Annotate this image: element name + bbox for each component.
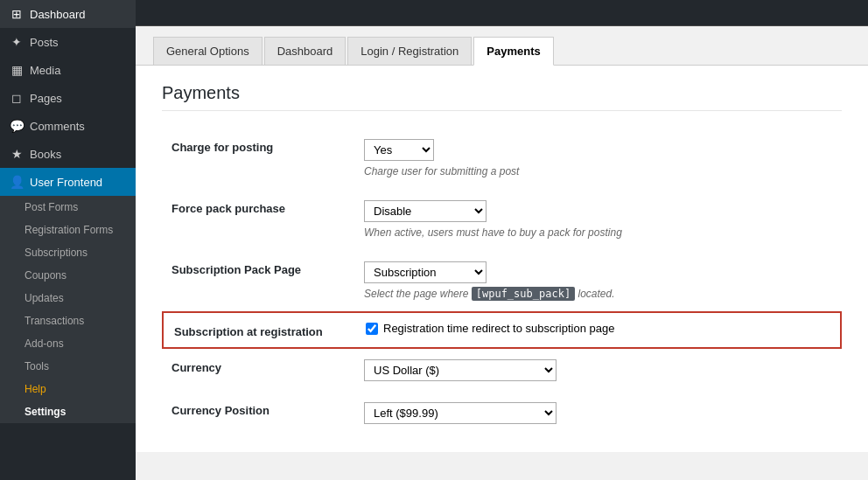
sidebar-item-label: Pages [30, 92, 62, 105]
table-row-charge-posting: Charge for posting Yes No Charge user fo… [163, 129, 841, 190]
select-subscription-pack-page[interactable]: Subscription [364, 261, 486, 283]
posts-icon: ✦ [9, 35, 24, 49]
tab-payments[interactable]: Payments [473, 37, 553, 66]
comments-icon: 💬 [9, 119, 24, 133]
label-currency: Currency [163, 348, 355, 392]
label-force-pack: Force pack purchase [163, 190, 355, 251]
main-content: General Options Dashboard Login / Regist… [136, 0, 868, 480]
user-frontend-icon: 👤 [9, 175, 24, 189]
sidebar-item-add-ons[interactable]: Add-ons [0, 332, 136, 355]
sidebar-item-updates[interactable]: Updates [0, 287, 136, 310]
tab-general-options[interactable]: General Options [153, 37, 262, 65]
sidebar-item-label: Media [30, 64, 60, 77]
field-currency-position: Left ($99.99) Right (99.99$) [355, 392, 841, 435]
field-force-pack: Disable Enable When active, users must h… [355, 190, 841, 251]
table-row-subscription-at-registration: Subscription at registration Registratio… [163, 312, 841, 348]
books-icon: ★ [9, 147, 24, 161]
desc-subscription-pack-page: Select the page where [wpuf_sub_pack] lo… [364, 287, 832, 302]
sidebar-item-user-frontend[interactable]: 👤 User Frontend [0, 168, 136, 196]
desc-before: Select the page where [364, 288, 472, 300]
sidebar-item-registration-forms[interactable]: Registration Forms [0, 219, 136, 241]
table-row-force-pack: Force pack purchase Disable Enable When … [163, 190, 841, 251]
checkbox-text: Registration time redirect to subscripti… [383, 322, 614, 335]
sidebar-item-posts[interactable]: ✦ Posts [0, 28, 136, 56]
field-subscription-at-registration: Registration time redirect to subscripti… [355, 312, 841, 348]
sidebar-item-books[interactable]: ★ Books [0, 140, 136, 168]
table-row-subscription-pack-page: Subscription Pack Page Subscription Sele… [163, 251, 841, 313]
desc-charge-posting: Charge user for submitting a post [364, 164, 832, 179]
topbar [136, 0, 868, 26]
sidebar-item-coupons[interactable]: Coupons [0, 264, 136, 287]
table-row-currency-position: Currency Position Left ($99.99) Right (9… [163, 392, 841, 435]
checkbox-subscription-at-registration[interactable] [366, 323, 378, 335]
desc-force-pack: When active, users must have to buy a pa… [364, 226, 832, 240]
sidebar-item-transactions[interactable]: Transactions [0, 310, 136, 332]
sidebar-item-label: Comments [30, 120, 85, 133]
sidebar-item-pages[interactable]: ◻ Pages [0, 84, 136, 112]
tab-dashboard[interactable]: Dashboard [264, 37, 346, 65]
label-charge-posting: Charge for posting [163, 129, 355, 190]
sidebar-item-label: Dashboard [30, 8, 86, 21]
sidebar-item-label: User Frontend [30, 176, 102, 189]
label-subscription-pack-page: Subscription Pack Page [163, 251, 355, 313]
sidebar-item-label: Posts [30, 36, 59, 49]
sidebar-item-media[interactable]: ▦ Media [0, 56, 136, 84]
sidebar-item-post-forms[interactable]: Post Forms [0, 196, 136, 219]
label-currency-position: Currency Position [163, 392, 355, 435]
code-tag: [wpuf_sub_pack] [472, 287, 575, 301]
form-table: Charge for posting Yes No Charge user fo… [162, 129, 842, 435]
select-currency[interactable]: US Dollar ($) Euro (€) British Pound (£) [364, 359, 556, 381]
tabs-bar: General Options Dashboard Login / Regist… [136, 26, 868, 66]
sidebar-item-label: Books [30, 148, 61, 161]
sidebar-item-subscriptions[interactable]: Subscriptions [0, 241, 136, 264]
sidebar-item-comments[interactable]: 💬 Comments [0, 112, 136, 140]
field-subscription-pack-page: Subscription Select the page where [wpuf… [355, 251, 841, 313]
sidebar: ⊞ Dashboard ✦ Posts ▦ Media ◻ Pages 💬 Co… [0, 0, 136, 480]
dashboard-icon: ⊞ [9, 7, 24, 21]
table-row-currency: Currency US Dollar ($) Euro (€) British … [163, 348, 841, 392]
field-currency: US Dollar ($) Euro (€) British Pound (£) [355, 348, 841, 392]
label-subscription-at-registration: Subscription at registration [163, 312, 355, 348]
settings-panel: Payments Charge for posting Yes No Charg… [136, 66, 868, 452]
select-currency-position[interactable]: Left ($99.99) Right (99.99$) [364, 402, 556, 424]
select-charge-posting[interactable]: Yes No [364, 139, 434, 161]
pages-icon: ◻ [9, 91, 24, 105]
checkbox-label-subscription: Registration time redirect to subscripti… [366, 322, 830, 335]
select-force-pack[interactable]: Disable Enable [364, 200, 486, 222]
media-icon: ▦ [9, 63, 24, 77]
content-area: General Options Dashboard Login / Regist… [136, 26, 868, 480]
field-charge-posting: Yes No Charge user for submitting a post [355, 129, 841, 190]
sidebar-item-help[interactable]: Help [0, 378, 136, 400]
panel-title: Payments [162, 83, 842, 111]
sidebar-item-tools[interactable]: Tools [0, 355, 136, 378]
sidebar-submenu: Post Forms Registration Forms Subscripti… [0, 196, 136, 423]
desc-after: located. [575, 288, 614, 300]
tab-login-registration[interactable]: Login / Registration [347, 37, 472, 65]
sidebar-item-dashboard[interactable]: ⊞ Dashboard [0, 0, 136, 28]
sidebar-item-settings[interactable]: Settings [0, 400, 136, 423]
